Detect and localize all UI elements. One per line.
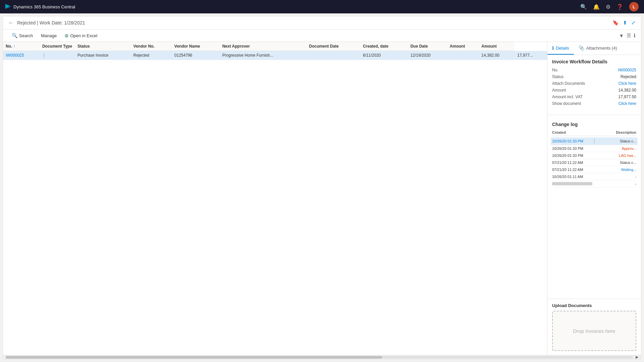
page-header: ← Rejected | Work Date: 1/28/2021 🔖 ⬆ ⤢ — [3, 16, 641, 29]
col-vendor-no[interactable]: Vendor No. — [131, 42, 172, 51]
value-status: Rejected — [621, 74, 636, 79]
dynamics-logo — [5, 4, 11, 10]
notification-icon[interactable]: 🔔 — [593, 4, 600, 10]
value-show-doc[interactable]: Click here — [619, 101, 636, 106]
detail-row-attach: Attach Documents Click here — [552, 81, 636, 86]
col-created-date[interactable]: Created, date — [360, 42, 408, 51]
scroll-track[interactable] — [6, 356, 633, 359]
bookmark-icon[interactable]: 🔖 — [612, 20, 619, 26]
label-show-doc: Show document — [552, 101, 581, 106]
drop-zone[interactable]: Drop Invoices here — [552, 311, 636, 351]
change-log-row: 10/26/20 01:33 PM Approv... — [552, 145, 636, 152]
cell-next-approver — [307, 51, 360, 60]
tab-attachments-label: Attachments (4) — [586, 46, 617, 51]
toolbar-right: ▼ ☰ ℹ — [619, 33, 636, 39]
manage-label: Manage — [41, 33, 57, 38]
change-log-header: Created Description — [552, 130, 636, 136]
change-log-section: Change log Created Description 10/26/20 … — [547, 118, 641, 299]
label-amount-vat: Amount incl. VAT — [552, 95, 583, 99]
upload-section: Upload Documents Drop Invoices here — [547, 299, 641, 355]
svg-marker-1 — [7, 4, 11, 8]
cell-row-menu[interactable]: ⋮ — [40, 51, 75, 60]
changelog-row-menu-0[interactable]: ⋮ — [592, 139, 598, 143]
horizontal-scroll[interactable]: ▶ — [3, 355, 641, 359]
changelog-date-1[interactable]: 10/26/20 01:33 PM — [552, 146, 592, 150]
cell-due-date — [447, 51, 479, 60]
col-status[interactable]: Status — [75, 42, 131, 51]
label-status: Status — [552, 74, 564, 79]
settings-icon[interactable]: ⚙ — [606, 4, 610, 10]
tab-details[interactable]: ℹ Details — [547, 42, 574, 55]
change-log-title: Change log — [552, 122, 636, 127]
label-no: No. — [552, 68, 558, 72]
cell-document-type: Purchase Invoice — [75, 51, 131, 60]
cell-vendor-name: Progressive Home Furnish... — [220, 51, 307, 60]
search-btn-icon: 🔍 — [12, 33, 17, 38]
change-log-date-partial[interactable] — [552, 182, 592, 185]
changelog-date-0[interactable]: 10/26/20 01:33 PM — [552, 139, 592, 143]
search-button[interactable]: 🔍 Search — [8, 32, 36, 40]
col-document-type[interactable]: Document Type — [40, 42, 75, 51]
topbar: Dynamics 365 Business Central 🔍 🔔 ⚙ ❓ L — [0, 0, 644, 13]
open-excel-button[interactable]: ⊞ Open in Excel — [61, 32, 101, 40]
detail-row-amount: Amount 14,382.00 — [552, 88, 636, 93]
drop-zone-label: Drop Invoices here — [573, 328, 615, 334]
detail-section-title: Invoice Workflow Details — [552, 59, 636, 64]
page-header-right: 🔖 ⬆ ⤢ — [612, 20, 636, 26]
open-excel-label: Open in Excel — [70, 33, 97, 38]
back-button[interactable]: ← — [8, 20, 14, 26]
changelog-desc-3: Status c... — [592, 161, 636, 165]
changelog-desc-5: - — [592, 175, 636, 179]
toolbar-left: 🔍 Search Manage ⊞ Open in Excel — [8, 32, 101, 40]
tab-attachments[interactable]: 📎 Attachments (4) — [574, 42, 622, 55]
no-link[interactable]: IW000025 — [6, 53, 24, 58]
changelog-date-4[interactable]: 07/21/20 11:22 AM — [552, 168, 592, 172]
col-next-approver[interactable]: Next Approver — [220, 42, 307, 51]
col-due-date[interactable]: Due Date — [408, 42, 447, 51]
expand-icon[interactable]: ⤢ — [631, 20, 636, 26]
cell-created-date: 12/19/2020 — [408, 51, 447, 60]
manage-button[interactable]: Manage — [38, 32, 60, 40]
changelog-desc-1: Approv... — [592, 146, 636, 150]
attachments-tab-icon: 📎 — [579, 45, 584, 51]
cell-amount2: 17,977... — [515, 51, 547, 60]
change-log-row: 10/26/20 01:33 PM LAG has... — [552, 152, 636, 159]
list-icon[interactable]: ☰ — [627, 33, 631, 39]
col-vendor-name[interactable]: Vendor Name — [172, 42, 220, 51]
upload-title: Upload Documents — [552, 303, 636, 308]
scroll-right-arrow[interactable]: ▶ — [636, 355, 638, 359]
info-icon[interactable]: ℹ — [634, 33, 636, 39]
search-icon[interactable]: 🔍 — [580, 4, 587, 10]
table-header-row: No. ↑ Document Type Status Vendor No. Ve… — [3, 42, 547, 51]
col-amount[interactable]: Amount — [447, 42, 479, 51]
search-label: Search — [19, 33, 33, 38]
col-amount2[interactable]: Amount — [479, 42, 515, 51]
page-title: Rejected | Work Date: 1/28/2021 — [17, 20, 85, 25]
filter-icon[interactable]: ▼ — [619, 33, 624, 39]
cell-vendor-no: 01254796 — [172, 51, 220, 60]
avatar[interactable]: L — [629, 2, 639, 11]
change-log-row-partial: - — [552, 180, 636, 187]
col-no[interactable]: No. ↑ — [3, 42, 40, 51]
value-no[interactable]: IW000025 — [618, 68, 636, 72]
app-title: Dynamics 365 Business Central — [13, 4, 75, 9]
share-icon[interactable]: ⬆ — [623, 20, 627, 26]
toolbar: 🔍 Search Manage ⊞ Open in Excel ▼ ☰ ℹ — [3, 29, 641, 42]
col-document-date[interactable]: Document Date — [307, 42, 360, 51]
changelog-desc-4: Waiting... — [592, 168, 636, 172]
table-body: IW000025 ⋮ Purchase Invoice Rejected 012… — [3, 51, 547, 60]
change-log-row: 07/21/20 11:22 AM Waiting... — [552, 166, 636, 173]
row-menu-button[interactable]: ⋮ — [40, 52, 48, 59]
changelog-date-3[interactable]: 07/21/20 11:22 AM — [552, 161, 592, 165]
changelog-date-2[interactable]: 10/26/20 01:33 PM — [552, 154, 592, 158]
changelog-desc-0: Status c... — [598, 139, 636, 143]
changelog-col-description: Description — [616, 130, 636, 134]
scroll-thumb[interactable] — [6, 356, 382, 359]
topbar-left: Dynamics 365 Business Central — [5, 4, 75, 10]
value-attach[interactable]: Click here — [619, 81, 636, 86]
table-area[interactable]: No. ↑ Document Type Status Vendor No. Ve… — [3, 42, 547, 355]
cell-status: Rejected — [131, 51, 172, 60]
help-icon[interactable]: ❓ — [616, 4, 623, 10]
changelog-date-5[interactable]: 10/26/20 01:11 AM — [552, 175, 592, 179]
data-table: No. ↑ Document Type Status Vendor No. Ve… — [3, 42, 547, 60]
